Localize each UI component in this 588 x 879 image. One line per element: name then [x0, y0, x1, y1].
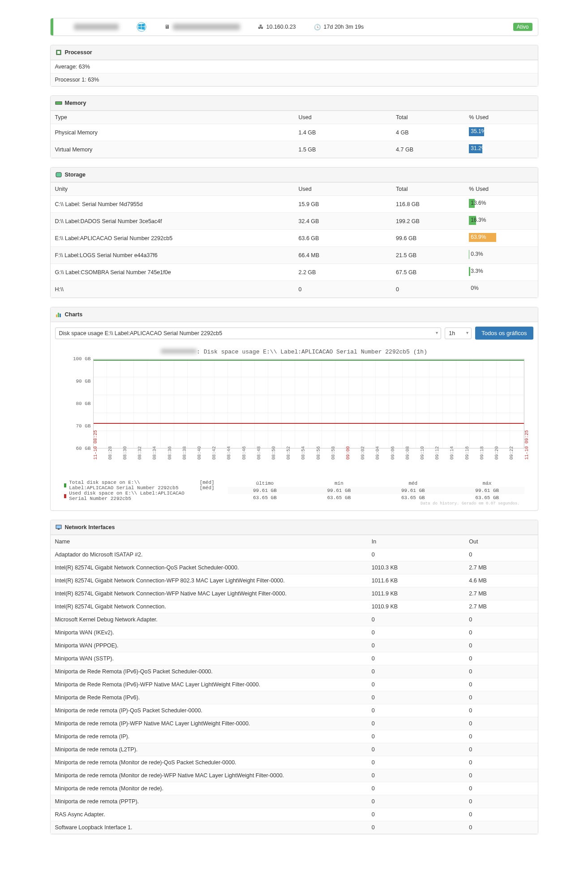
chart-period-value: 1h [449, 330, 455, 336]
memory-table: Type Used Total % Used Physical Memory1.… [51, 111, 538, 158]
x-tick: 08:48 [257, 446, 262, 460]
col-name: Name [51, 535, 367, 548]
memory-panel: Memory Type Used Total % Used Physical M… [50, 95, 538, 158]
x-tick: 09:04 [375, 446, 380, 460]
uptime-block: 🕓 17d 20h 3m 19s [314, 24, 364, 30]
col-max: máx [450, 480, 524, 487]
x-tick: 09:20 [494, 446, 499, 460]
x-tick: 09:18 [480, 446, 485, 460]
network-panel: Network Interfaces Name In Out Adaptador… [50, 520, 538, 834]
network-panel-icon [55, 524, 62, 531]
x-tick: 09:00 [346, 446, 351, 460]
table-row: Intel(R) 82574L Gigabit Network Connecti… [51, 600, 538, 613]
x-tick: 09:02 [361, 446, 365, 460]
table-row: Miniporta de rede remota (PPTP).00 [51, 795, 538, 808]
svg-rect-5 [56, 315, 57, 317]
legend-agg1: [méd] [200, 480, 215, 485]
chart-plot-title: : Disk space usage E:\\ Label:APLICACAO … [197, 349, 427, 355]
y-tick: 80 GB [76, 401, 90, 406]
table-row: Miniporta de rede remota (IP)-WFP Native… [51, 717, 538, 730]
table-row: Miniporta de Rede Remota (IPv6)-WFP Nati… [51, 678, 538, 691]
all-charts-button[interactable]: Todos os gráficos [475, 327, 533, 340]
table-row: Intel(R) 82574L Gigabit Network Connecti… [51, 587, 538, 600]
svg-rect-4 [56, 172, 61, 177]
x-tick: 09:12 [435, 446, 440, 460]
chart-icon [55, 311, 62, 318]
table-row: Miniporta de Rede Remota (IPv6)-QoS Pack… [51, 665, 538, 678]
series-total-line [94, 360, 524, 361]
y-tick: 70 GB [76, 423, 90, 429]
x-tick: 09:06 [391, 446, 395, 460]
hostname-redacted [74, 24, 119, 30]
table-row: Adaptador do Microsoft ISATAP #2.00 [51, 548, 538, 561]
legend-series2: Used disk space on E:\\ Label:APLICACAO … [69, 491, 186, 501]
x-tick: 08:38 [182, 446, 187, 460]
x-tick: 08:30 [123, 446, 128, 460]
legend-agg2: [méd] [200, 485, 215, 491]
x-tick: 09:16 [465, 446, 470, 460]
storage-panel: Storage Unity Used Total % Used C:\\ Lab… [50, 167, 538, 298]
x-tick: 08:54 [301, 446, 306, 460]
table-row: Physical Memory1.4 GB4 GB35.1% [51, 124, 538, 141]
table-row: Software Loopback Interface 1.00 [51, 821, 538, 834]
col-in: In [367, 535, 465, 548]
x-tick: 08:52 [286, 446, 291, 460]
y-tick: 60 GB [76, 446, 90, 451]
table-row: Miniporta de rede remota (IP).00 [51, 730, 538, 743]
chart-period-select[interactable]: 1h [445, 327, 472, 339]
storage-table: Unity Used Total % Used C:\\ Label: Seri… [51, 182, 538, 297]
col-last: último [228, 480, 302, 487]
x-tick: 09:10 [420, 446, 425, 460]
col-type: Type [51, 111, 294, 124]
col-pct: % Used [464, 183, 537, 196]
status-accent [51, 18, 53, 35]
x-tick: 09:08 [405, 446, 410, 460]
legend-swatch-used [64, 494, 67, 498]
series-used-line [94, 423, 524, 424]
svg-rect-9 [58, 529, 60, 530]
y-tick: 100 GB [73, 356, 91, 362]
windows-icon [137, 22, 146, 32]
chart-footer-note: Data do history. Gerado em 0.07 segundos… [64, 501, 524, 506]
uptime-value: 17d 20h 3m 19s [324, 24, 364, 30]
col-used: Used [294, 111, 392, 124]
charts-panel: Charts Disk space usage E:\\ Label:APLIC… [50, 307, 538, 511]
x-tick: 08:56 [316, 446, 321, 460]
table-row: Miniporta de rede remota (L2TP).00 [51, 743, 538, 756]
processor-avg: Average: 63% [51, 60, 538, 73]
host-redacted [173, 24, 240, 30]
x-tick: 09:14 [450, 446, 455, 460]
processor-panel: Processor Average: 63% Processor 1: 63% [50, 45, 538, 86]
table-row: Miniporta de rede remota (IP)-QoS Packet… [51, 704, 538, 717]
ip-address: 10.160.0.23 [266, 24, 296, 30]
table-row: H:\\000% [51, 281, 538, 298]
chart-plot: : Disk space usage E:\\ Label:APLICACAO … [51, 344, 538, 510]
network-title: Network Interfaces [65, 524, 115, 530]
memory-title: Memory [65, 100, 86, 106]
x-tick: 08:46 [242, 446, 247, 460]
col-total: Total [391, 111, 464, 124]
x-tick: 08:28 [108, 446, 113, 460]
host-type: 🖥 [164, 24, 240, 30]
svg-rect-6 [58, 313, 59, 317]
table-row: Intel(R) 82574L Gigabit Network Connecti… [51, 574, 538, 587]
storage-title: Storage [65, 172, 86, 178]
table-row: Miniporta WAN (SSTP).00 [51, 652, 538, 665]
chart-metric-select[interactable]: Disk space usage E:\\ Label:APLICACAO Se… [55, 327, 442, 339]
x-tick: 08:34 [152, 446, 157, 460]
cpu-icon [55, 49, 62, 56]
table-row: D:\\ Label:DADOS Serial Number 3ce5ac4f3… [51, 213, 538, 230]
col-out: Out [464, 535, 537, 548]
col-avg: méd [376, 480, 450, 487]
col-unity: Unity [51, 183, 294, 196]
svg-rect-2 [57, 51, 60, 54]
table-row: Miniporta WAN (IKEv2).00 [51, 626, 538, 639]
table-row: Miniporta de rede remota (Monitor de red… [51, 756, 538, 769]
table-row: Miniporta de Rede Remota (IPv6).00 [51, 691, 538, 704]
table-row: G:\\ Label:CSOMBRA Serial Number 745e1f0… [51, 264, 538, 281]
chart-metric-value: Disk space usage E:\\ Label:APLICACAO Se… [59, 330, 223, 336]
table-row: Microsoft Kernel Debug Network Adapter.0… [51, 613, 538, 626]
disk-icon [55, 171, 62, 178]
table-row: Miniporta WAN (PPPOE).00 [51, 639, 538, 652]
network-icon: 🖧 [258, 24, 264, 30]
